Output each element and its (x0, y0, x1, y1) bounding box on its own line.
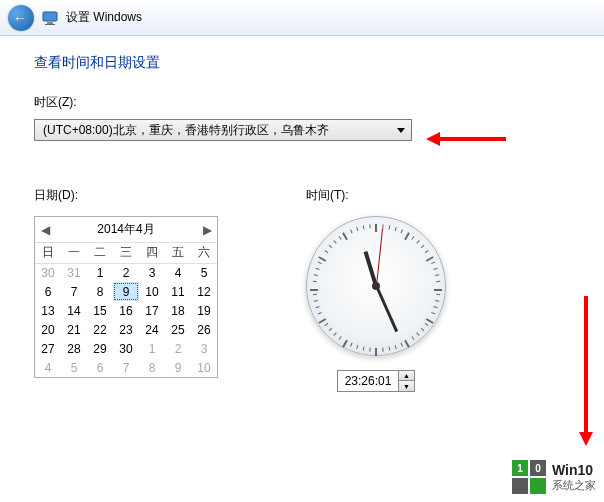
calendar-day[interactable]: 27 (35, 339, 61, 358)
time-input[interactable]: 23:26:01 ▲ ▼ (337, 370, 415, 392)
window-title: 设置 Windows (66, 9, 142, 26)
svg-rect-0 (43, 12, 57, 21)
calendar-day[interactable]: 23 (113, 320, 139, 339)
calendar-weekday: 六 (191, 243, 217, 263)
calendar-day[interactable]: 1 (87, 263, 113, 282)
calendar-weekday: 二 (87, 243, 113, 263)
calendar-day[interactable]: 7 (113, 358, 139, 377)
clock-center-icon (372, 282, 380, 290)
calendar-day[interactable]: 3 (139, 263, 165, 282)
calendar-day[interactable]: 12 (191, 282, 217, 301)
calendar-day[interactable]: 10 (191, 358, 217, 377)
calendar-day[interactable]: 5 (191, 263, 217, 282)
time-decrement-button[interactable]: ▼ (399, 381, 414, 391)
calendar-day[interactable]: 29 (87, 339, 113, 358)
arrow-left-icon: ← (13, 10, 27, 26)
calendar-day[interactable]: 8 (139, 358, 165, 377)
svg-rect-2 (45, 24, 55, 25)
timezone-selected-value: (UTC+08:00)北京，重庆，香港特别行政区，乌鲁木齐 (43, 122, 329, 139)
calendar-next-button[interactable]: ▶ (197, 217, 217, 242)
calendar-prev-button[interactable]: ◀ (35, 217, 55, 242)
calendar-day[interactable]: 22 (87, 320, 113, 339)
calendar-day[interactable]: 2 (113, 263, 139, 282)
calendar-day[interactable]: 6 (35, 282, 61, 301)
calendar-day[interactable]: 10 (139, 282, 165, 301)
calendar-grid: 日一二三四五六 30311234567891011121314151617181… (35, 243, 217, 377)
calendar-day[interactable]: 3 (191, 339, 217, 358)
calendar-day[interactable]: 16 (113, 301, 139, 320)
calendar-day[interactable]: 6 (87, 358, 113, 377)
calendar-day[interactable]: 9 (165, 358, 191, 377)
calendar-day[interactable]: 17 (139, 301, 165, 320)
calendar-day[interactable]: 2 (165, 339, 191, 358)
calendar-day[interactable]: 24 (139, 320, 165, 339)
logo-line1: Win10 (552, 462, 596, 479)
calendar-day[interactable]: 9 (113, 282, 139, 301)
time-increment-button[interactable]: ▲ (399, 371, 414, 381)
page-title: 查看时间和日期设置 (34, 54, 570, 72)
calendar-day[interactable]: 4 (165, 263, 191, 282)
clock-minute-hand (375, 285, 398, 332)
svg-rect-1 (47, 22, 53, 24)
calendar-day[interactable]: 4 (35, 358, 61, 377)
calendar: ◀ 2014年4月 ▶ 日一二三四五六 30311234567891011121… (34, 216, 218, 378)
calendar-weekday: 五 (165, 243, 191, 263)
calendar-day[interactable]: 15 (87, 301, 113, 320)
calendar-weekday: 四 (139, 243, 165, 263)
time-label: 时间(T): (306, 187, 446, 204)
timezone-select[interactable]: (UTC+08:00)北京，重庆，香港特别行政区，乌鲁木齐 (34, 119, 412, 141)
calendar-day[interactable]: 5 (61, 358, 87, 377)
calendar-weekday: 一 (61, 243, 87, 263)
analog-clock (306, 216, 446, 356)
calendar-day[interactable]: 8 (87, 282, 113, 301)
back-button[interactable]: ← (8, 5, 34, 31)
timezone-label: 时区(Z): (34, 94, 570, 111)
calendar-day[interactable]: 18 (165, 301, 191, 320)
svg-marker-6 (579, 432, 593, 446)
date-label: 日期(D): (34, 187, 218, 204)
watermark-logo: 10 Win10 系统之家 (512, 460, 596, 494)
clock-second-hand (376, 228, 383, 286)
calendar-month-title: 2014年4月 (97, 221, 154, 238)
chevron-down-icon (397, 128, 405, 133)
calendar-day[interactable]: 31 (61, 263, 87, 282)
annotation-arrow-down (576, 296, 596, 446)
calendar-day[interactable]: 11 (165, 282, 191, 301)
calendar-day[interactable]: 30 (35, 263, 61, 282)
windows-tiles-icon: 10 (512, 460, 546, 494)
title-bar: ← 设置 Windows (0, 0, 604, 36)
calendar-day[interactable]: 13 (35, 301, 61, 320)
logo-line2: 系统之家 (552, 479, 596, 492)
calendar-day[interactable]: 28 (61, 339, 87, 358)
calendar-day[interactable]: 1 (139, 339, 165, 358)
calendar-day[interactable]: 30 (113, 339, 139, 358)
calendar-day[interactable]: 14 (61, 301, 87, 320)
monitor-icon (42, 10, 58, 26)
calendar-day[interactable]: 21 (61, 320, 87, 339)
calendar-day[interactable]: 25 (165, 320, 191, 339)
calendar-day[interactable]: 19 (191, 301, 217, 320)
time-value: 23:26:01 (338, 374, 398, 388)
calendar-day[interactable]: 26 (191, 320, 217, 339)
calendar-weekday: 日 (35, 243, 61, 263)
calendar-weekday: 三 (113, 243, 139, 263)
calendar-day[interactable]: 20 (35, 320, 61, 339)
calendar-day[interactable]: 7 (61, 282, 87, 301)
